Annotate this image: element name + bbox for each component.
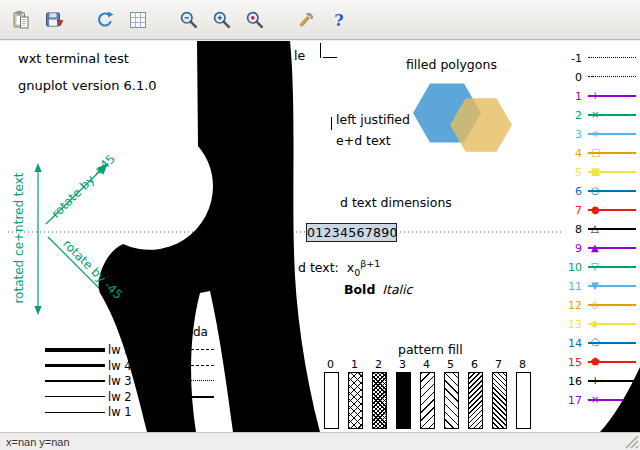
- pattern-fill-label: pattern fill: [398, 343, 463, 357]
- legend-line-sample: ⬟: [586, 355, 638, 369]
- help-button[interactable]: ?: [326, 6, 352, 34]
- linewidth-label: lw 2: [108, 390, 132, 404]
- resize-grip[interactable]: [625, 435, 639, 449]
- pattern-box-0: [324, 372, 339, 429]
- plot-title-line2: gnuplot version 6.1.0: [18, 79, 157, 94]
- legend-line-sample: ●: [586, 203, 638, 217]
- linewidth-label: lw 4: [108, 359, 132, 373]
- left-justified-label: left justified: [336, 113, 410, 127]
- clipboard-icon: [11, 10, 31, 30]
- legend-marker: ·: [591, 72, 594, 82]
- legend-entry-4: 4□: [548, 146, 638, 160]
- plot-title-line1: wxt terminal test: [18, 52, 129, 67]
- legend-number: 5: [548, 167, 586, 178]
- linewidth-line: [45, 364, 105, 367]
- pattern-box-3: [396, 372, 411, 429]
- pattern-number: 2: [371, 358, 386, 371]
- partial-text-top: le: [294, 49, 305, 63]
- pattern-number: 1: [347, 358, 362, 371]
- settings-button[interactable]: [293, 6, 319, 34]
- legend-entry-10: 10▽: [548, 260, 638, 274]
- pattern-number: 8: [515, 358, 530, 371]
- rotated-plus45-text: rotate by +45: [49, 152, 118, 221]
- legend-entry-14: 14⬠: [548, 336, 638, 350]
- dash-sample: [186, 380, 214, 381]
- zoom-previous-button[interactable]: [176, 6, 202, 34]
- grid-button[interactable]: [125, 6, 151, 34]
- pattern-box-8: [516, 372, 531, 429]
- linewidth-line: [45, 348, 105, 352]
- legend-marker: ◇: [591, 300, 599, 310]
- plot-canvas[interactable]: wxt terminal test gnuplot version 6.1.0 …: [0, 41, 640, 432]
- enhanced-text-line: d text: x0β+1: [298, 259, 380, 279]
- legend-marker: □: [591, 148, 600, 158]
- wrench-icon: [296, 10, 316, 30]
- legend-line-sample: △: [586, 222, 638, 236]
- legend-entry-0: 0·: [548, 70, 638, 84]
- legend-marker: ⬠: [591, 338, 600, 348]
- rotated-vertical-text: rotated ce+ntred text: [13, 172, 27, 303]
- legend-number: 4: [548, 148, 586, 159]
- yellow-hexagon: [450, 98, 512, 152]
- autoscale-button[interactable]: [242, 6, 268, 34]
- status-bar: x=nan y=nan: [0, 432, 640, 450]
- pattern-box-2: [372, 372, 387, 429]
- legend-line-sample: ◆: [586, 317, 638, 331]
- legend-number: 16: [548, 376, 586, 387]
- legend-marker: ⬟: [591, 357, 600, 367]
- export-button[interactable]: [41, 6, 67, 34]
- legend-marker: +: [591, 376, 599, 386]
- legend-number: 10: [548, 262, 586, 273]
- linewidth-label: lw 3: [108, 374, 132, 388]
- legend-line-sample: ⬠: [586, 336, 638, 350]
- legend-entry-11: 11▼: [548, 279, 638, 293]
- dash-partial-text: da: [193, 326, 208, 340]
- legend-marker: ∗: [591, 129, 599, 139]
- dash-sample: [186, 365, 214, 366]
- legend-entry-8: 8△: [548, 222, 638, 236]
- legend-line-sample: +: [586, 89, 638, 103]
- legend-line-sample: ▽: [586, 260, 638, 274]
- toolbar: ?: [0, 0, 640, 40]
- legend-entry-6: 6○: [548, 184, 638, 198]
- pattern-number: 4: [419, 358, 434, 371]
- legend-number: 9: [548, 243, 586, 254]
- toolbar-separator: [275, 19, 293, 20]
- zoom-in-icon: [212, 10, 232, 30]
- filled-polygons-label: filled polygons: [406, 58, 497, 72]
- svg-text:?: ?: [334, 10, 343, 29]
- pattern-number: 0: [323, 358, 338, 371]
- export-file-icon: [44, 10, 64, 30]
- legend-number: 7: [548, 205, 586, 216]
- legend-marker: △: [591, 224, 599, 234]
- pattern-box-7: [492, 372, 507, 429]
- legend-entry-15: 15⬟: [548, 355, 638, 369]
- legend-line-sample: ▼: [586, 279, 638, 293]
- zoom-next-button[interactable]: [209, 6, 235, 34]
- arrowhead-up: [34, 163, 41, 172]
- legend-line-sample: ◇: [586, 298, 638, 312]
- legend-entry-12: 12◇: [548, 298, 638, 312]
- replot-button[interactable]: [92, 6, 118, 34]
- legend-number: 15: [548, 357, 586, 368]
- help-icon: ?: [329, 10, 349, 30]
- pattern-number: 6: [467, 358, 482, 371]
- legend-marker: ●: [591, 205, 600, 215]
- legend-line-sample: ■: [586, 165, 638, 179]
- blue-hexagon: [413, 84, 481, 143]
- copy-button[interactable]: [8, 6, 34, 34]
- linewidth-line: [45, 396, 105, 398]
- legend-line-sample: ·: [586, 70, 638, 84]
- legend-number: 3: [548, 129, 586, 140]
- legend-line-sample: ×: [586, 108, 638, 122]
- legend-number: 1: [548, 91, 586, 102]
- legend-number: -1: [548, 53, 586, 64]
- legend-number: 17: [548, 395, 586, 406]
- dash-sample: [186, 349, 214, 350]
- legend-marker: ▼: [591, 281, 599, 291]
- legend-line-sample: ∗: [586, 127, 638, 141]
- legend-entry-5: 5■: [548, 165, 638, 179]
- legend-entry--1: -1: [548, 51, 638, 65]
- legend-line-sample: ▲: [586, 241, 638, 255]
- legend-entry-13: 13◆: [548, 317, 638, 331]
